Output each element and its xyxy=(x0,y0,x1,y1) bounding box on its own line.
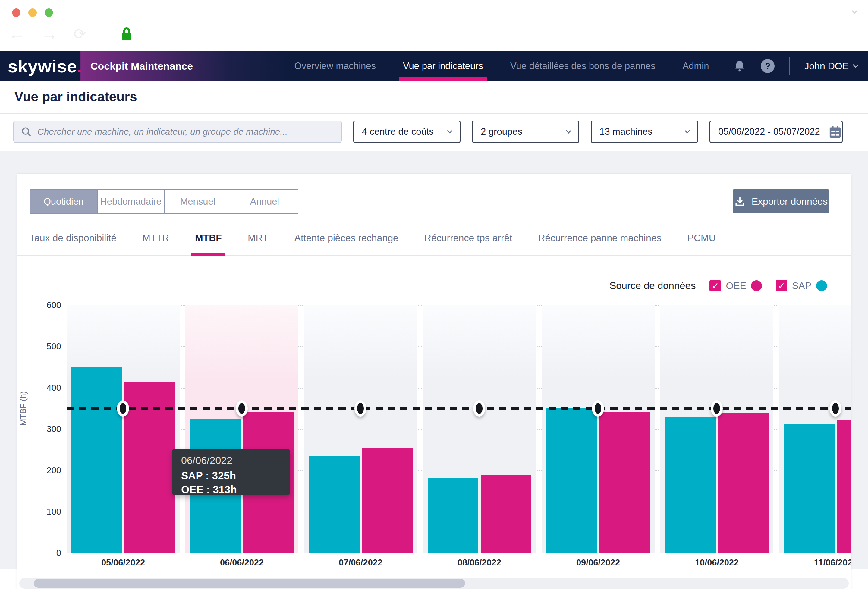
chart-tooltip: 06/06/2022 SAP : 325h OEE : 313h xyxy=(172,449,290,495)
header-divider xyxy=(789,57,790,75)
x-axis-line xyxy=(66,553,851,554)
bar-sap-4[interactable] xyxy=(546,409,597,553)
nav-item-2[interactable]: Vue détaillées des bons de pannes xyxy=(510,51,655,81)
legend-label: Source de données xyxy=(610,280,695,291)
bar-group-2: 07/06/2022 xyxy=(304,305,417,553)
period-quotidien[interactable]: Quotidien xyxy=(30,190,97,213)
period-annuel[interactable]: Annuel xyxy=(231,190,298,213)
lock-icon xyxy=(121,27,133,41)
skywise-logo[interactable]: skywise. xyxy=(8,56,80,76)
bell-icon[interactable] xyxy=(733,59,746,73)
nav-item-0[interactable]: Overview machines xyxy=(294,51,376,81)
page-title: Vue par indicateurs xyxy=(15,89,853,104)
nav-item-1[interactable]: Vue par indicateurs xyxy=(403,51,483,81)
bar-oee-6[interactable] xyxy=(837,420,851,553)
user-menu[interactable]: John DOE xyxy=(804,61,858,72)
indicator-tabs: Taux de disponibilitéMTTRMTBFMRTAttente … xyxy=(17,232,851,255)
main-nav: Overview machinesVue par indicateursVue … xyxy=(294,51,709,81)
tooltip-sap-value: SAP : 325h xyxy=(181,469,281,483)
chevron-down-icon xyxy=(853,62,859,68)
checkbox-oee[interactable]: ✓ xyxy=(710,280,721,291)
x-tick-label: 10/06/2022 xyxy=(660,558,774,568)
browser-chrome: ⌄ ← → ⟳ xyxy=(0,0,868,51)
chevron-down-icon xyxy=(447,128,452,133)
filter-dropdown-0[interactable]: 4 centre de coûts xyxy=(353,121,461,143)
date-range-picker[interactable]: 05/06/2022 - 05/07/2022 xyxy=(710,121,843,143)
tab-1[interactable]: MTTR xyxy=(142,232,169,255)
tab-4[interactable]: Attente pièces rechange xyxy=(294,232,399,255)
browser-window: ⌄ ← → ⟳ skywise. Cockpit Maintenance Ove… xyxy=(0,0,868,589)
user-name: John DOE xyxy=(804,61,849,72)
refresh-icon[interactable]: ⟳ xyxy=(74,25,86,43)
legend-item-oee: ✓OEE xyxy=(710,280,762,291)
bar-sap-0[interactable] xyxy=(71,367,122,553)
bar-oee-4[interactable] xyxy=(599,412,650,553)
y-tick-500: 500 xyxy=(47,341,61,351)
bar-sap-2[interactable] xyxy=(309,456,360,553)
close-window-button[interactable] xyxy=(12,9,21,17)
legend-item-sap: ✓SAP xyxy=(776,280,827,291)
target-dot-0 xyxy=(117,400,129,416)
x-tick-label: 11/06/2022 xyxy=(779,558,851,568)
bar-group-6: 11/06/2022 xyxy=(779,305,851,553)
search-input[interactable] xyxy=(37,127,335,137)
filter-dropdown-value: 13 machines xyxy=(599,126,652,137)
filter-dropdown-2[interactable]: 13 machines xyxy=(591,121,698,143)
y-axis-title: MTBF (h) xyxy=(19,391,28,426)
nav-item-3[interactable]: Admin xyxy=(683,51,709,81)
back-icon[interactable]: ← xyxy=(9,26,25,43)
target-dot-6 xyxy=(830,400,841,416)
legend-name: OEE xyxy=(726,280,746,291)
tab-5[interactable]: Récurrence tps arrêt xyxy=(424,232,512,255)
bar-oee-5[interactable] xyxy=(718,413,769,553)
checkbox-sap[interactable]: ✓ xyxy=(776,280,787,291)
bar-sap-5[interactable] xyxy=(665,416,716,553)
target-dot-1 xyxy=(236,400,248,416)
logo-text: skywise xyxy=(8,56,77,76)
tab-2[interactable]: MTBF xyxy=(195,232,222,255)
target-dot-2 xyxy=(354,400,366,416)
bar-sap-6[interactable] xyxy=(784,424,834,553)
plot-area: 05/06/202206/06/202207/06/202208/06/2022… xyxy=(66,305,851,578)
tooltip-date: 06/06/2022 xyxy=(181,455,281,466)
y-tick-300: 300 xyxy=(47,424,61,434)
legend: Source de données ✓OEE✓SAP xyxy=(17,279,851,293)
mtbf-chart: MTBF (h) 6005004003002001000 05/06/20220… xyxy=(17,305,851,586)
tab-6[interactable]: Récurrence panne machines xyxy=(538,232,661,255)
tooltip-oee-value: OEE : 313h xyxy=(181,483,281,496)
search-box[interactable] xyxy=(13,121,342,143)
legend-color-dot xyxy=(751,280,762,291)
bar-group-3: 08/06/2022 xyxy=(423,305,536,553)
period-mensuel[interactable]: Mensuel xyxy=(164,190,231,213)
forward-icon[interactable]: → xyxy=(41,26,58,43)
period-hebdomadaire[interactable]: Hebdomadaire xyxy=(97,190,164,213)
bar-group-4: 09/06/2022 xyxy=(542,305,655,553)
bar-oee-2[interactable] xyxy=(362,448,413,553)
export-data-button[interactable]: Exporter données xyxy=(733,189,829,213)
chevron-down-icon xyxy=(685,128,690,133)
tab-0[interactable]: Taux de disponibilité xyxy=(30,232,116,255)
zoom-window-button[interactable] xyxy=(44,9,53,17)
horizontal-scrollbar[interactable] xyxy=(19,578,849,589)
x-tick-label: 05/06/2022 xyxy=(66,558,180,568)
chevron-down-icon xyxy=(566,128,571,133)
product-name: Cockpit Maintenance xyxy=(90,60,193,72)
x-tick-label: 08/06/2022 xyxy=(423,558,536,568)
bar-sap-3[interactable] xyxy=(428,478,478,553)
minimize-window-button[interactable] xyxy=(28,9,37,17)
tab-3[interactable]: MRT xyxy=(248,232,269,255)
filter-dropdown-1[interactable]: 2 groupes xyxy=(472,121,579,143)
target-line xyxy=(66,407,851,410)
bar-group-1: 06/06/2022 xyxy=(185,305,298,553)
tab-7[interactable]: PCMU xyxy=(688,232,716,255)
target-dot-4 xyxy=(592,400,604,416)
filter-bar: 4 centre de coûts2 groupes13 machines 05… xyxy=(0,114,868,151)
filter-dropdown-value: 2 groupes xyxy=(481,126,522,137)
chevron-down-icon[interactable]: ⌄ xyxy=(849,1,860,16)
calendar-icon xyxy=(829,125,841,138)
scrollbar-thumb[interactable] xyxy=(34,579,465,588)
search-icon xyxy=(21,126,32,137)
bar-group-0: 05/06/2022 xyxy=(66,305,180,553)
help-icon[interactable]: ? xyxy=(761,59,775,73)
bar-oee-3[interactable] xyxy=(481,475,531,553)
